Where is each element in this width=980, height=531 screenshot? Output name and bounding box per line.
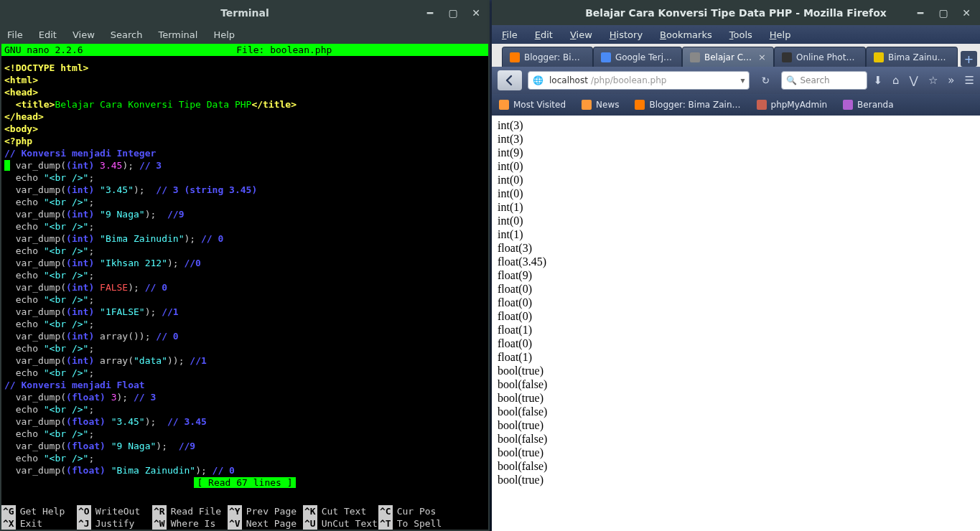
- firefox-title: Belajar Cara Konversi Tipe Data PHP - Mo…: [585, 7, 887, 19]
- bookmark-item[interactable]: Most Visited: [499, 100, 566, 110]
- search-placeholder: Search: [800, 75, 829, 85]
- reload-button[interactable]: ↻: [755, 71, 775, 90]
- pocket-icon[interactable]: ⋁: [910, 74, 918, 87]
- url-bar[interactable]: 🌐 localhost/php/boolean.php ▾: [528, 71, 750, 90]
- hamburger-menu-icon[interactable]: ☰: [965, 74, 974, 87]
- nano-shortcut-get-help: ^GGet Help: [1, 505, 77, 517]
- firefox-tabstrip: Blogger: Bim…Google Terje…Belajar Cara ……: [492, 44, 980, 67]
- firefox-menu-tools[interactable]: Tools: [729, 29, 752, 40]
- bookmark-favicon-icon: [635, 100, 645, 110]
- firefox-menu-help[interactable]: Help: [770, 29, 791, 40]
- output-line: int(0): [498, 187, 974, 200]
- output-line: int(1): [498, 227, 974, 241]
- nano-shortcut-uncut-text: ^UUnCut Text: [303, 517, 378, 530]
- terminal-menu-view[interactable]: View: [73, 29, 95, 40]
- tab[interactable]: Bima Zainudi…: [866, 47, 958, 67]
- nano-shortcut-exit: ^XExit: [1, 517, 77, 530]
- output-line: bool(true): [498, 473, 974, 487]
- output-line: int(0): [498, 159, 974, 173]
- favicon-icon: [510, 52, 520, 62]
- new-tab-button[interactable]: +: [961, 51, 977, 67]
- minimize-button[interactable]: ━: [425, 8, 435, 18]
- nano-shortcut-writeout: ^OWriteOut: [77, 505, 152, 517]
- close-button[interactable]: ✕: [961, 8, 971, 18]
- bookmark-item[interactable]: phpMyAdmin: [757, 100, 828, 110]
- bookmark-favicon-icon: [499, 100, 509, 110]
- terminal-body[interactable]: GNU nano 2.2.6 File: boolean.php <!DOCTY…: [1, 44, 488, 530]
- home-icon[interactable]: ⌂: [892, 74, 900, 87]
- output-line: int(1): [498, 200, 974, 214]
- bookmark-star-icon[interactable]: ☆: [928, 74, 938, 87]
- url-dropdown-icon[interactable]: ▾: [736, 75, 749, 85]
- nano-footer: ^GGet Help^OWriteOut^RRead File^YPrev Pa…: [1, 505, 488, 530]
- terminal-menu-edit[interactable]: Edit: [39, 29, 57, 40]
- output-line: int(0): [498, 173, 974, 187]
- output-line: int(3): [498, 118, 974, 132]
- nano-version: GNU nano 2.2.6: [4, 44, 83, 56]
- maximize-button[interactable]: ▢: [448, 8, 458, 18]
- url-path: /php/boolean.php: [591, 75, 667, 85]
- nano-shortcut-cur-pos: ^CCur Pos: [378, 505, 454, 517]
- nano-shortcut-cut-text: ^KCut Text: [303, 505, 378, 517]
- nano-shortcut-prev-page: ^YPrev Page: [228, 505, 303, 517]
- bookmark-label: Blogger: Bima Zain…: [649, 100, 740, 110]
- terminal-titlebar[interactable]: Terminal ━ ▢ ✕: [0, 0, 490, 25]
- terminal-menu-terminal[interactable]: Terminal: [158, 29, 197, 40]
- output-line: bool(false): [498, 377, 974, 391]
- back-button[interactable]: [498, 70, 522, 90]
- bookmark-item[interactable]: News: [582, 100, 619, 110]
- favicon-icon: [690, 52, 700, 62]
- output-line: float(0): [498, 282, 974, 296]
- output-line: float(0): [498, 296, 974, 309]
- firefox-titlebar[interactable]: Belajar Cara Konversi Tipe Data PHP - Mo…: [492, 0, 980, 25]
- nano-shortcut-next-page: ^VNext Page: [228, 517, 303, 530]
- output-line: bool(true): [498, 391, 974, 405]
- tab[interactable]: Google Terje…: [593, 47, 682, 67]
- tab-label: Google Terje…: [615, 52, 674, 62]
- terminal-menu-help[interactable]: Help: [213, 29, 235, 40]
- bookmark-item[interactable]: Beranda: [843, 100, 893, 110]
- output-line: bool(true): [498, 446, 974, 459]
- search-bar[interactable]: 🔍 Search: [781, 71, 867, 90]
- tab[interactable]: Blogger: Bim…: [502, 47, 593, 67]
- firefox-menubar: FileEditViewHistoryBookmarksToolsHelp: [492, 25, 980, 44]
- firefox-menu-history[interactable]: History: [610, 29, 643, 40]
- overflow-icon[interactable]: »: [948, 74, 954, 87]
- globe-icon: 🌐: [528, 75, 543, 85]
- firefox-menu-edit[interactable]: Edit: [535, 29, 553, 40]
- tab-label: Bima Zainudi…: [888, 52, 950, 62]
- downloads-icon[interactable]: ⬇: [873, 74, 882, 87]
- output-line: float(3.45): [498, 255, 974, 268]
- bookmark-favicon-icon: [757, 100, 767, 110]
- nano-file-label: File: boolean.php: [83, 44, 485, 56]
- firefox-menu-bookmarks[interactable]: Bookmarks: [660, 29, 712, 40]
- maximize-button[interactable]: ▢: [938, 8, 948, 18]
- terminal-menu-search[interactable]: Search: [111, 29, 143, 40]
- bookmark-label: phpMyAdmin: [771, 100, 828, 110]
- output-line: int(3): [498, 132, 974, 146]
- terminal-menu-file[interactable]: File: [7, 29, 23, 40]
- firefox-menu-file[interactable]: File: [502, 29, 518, 40]
- tab[interactable]: Belajar Cara …×: [682, 47, 774, 67]
- bookmark-favicon-icon: [843, 100, 853, 110]
- url-host: localhost: [543, 75, 591, 85]
- output-line: int(0): [498, 214, 974, 227]
- output-line: float(1): [498, 323, 974, 337]
- firefox-menu-view[interactable]: View: [570, 29, 592, 40]
- terminal-title: Terminal: [220, 7, 269, 19]
- nano-shortcut-where-is: ^WWhere Is: [152, 517, 228, 530]
- output-line: bool(false): [498, 432, 974, 446]
- terminal-window: Terminal ━ ▢ ✕ FileEditViewSearchTermina…: [0, 0, 490, 531]
- nano-code-area[interactable]: <!DOCTYPE html><html><head> <title>Belaj…: [1, 60, 488, 476]
- tab-close-icon[interactable]: ×: [758, 52, 766, 62]
- page-content[interactable]: int(3)int(3)int(9)int(0)int(0)int(0)int(…: [492, 116, 980, 531]
- output-line: float(1): [498, 350, 974, 364]
- minimize-button[interactable]: ━: [915, 8, 925, 18]
- tab-label: Blogger: Bim…: [524, 52, 585, 62]
- close-button[interactable]: ✕: [471, 8, 481, 18]
- nano-shortcut-read-file: ^RRead File: [152, 505, 228, 517]
- tab[interactable]: Online Photo Edi…: [774, 47, 866, 67]
- nano-status: [ Read 67 lines ]: [1, 476, 488, 489]
- tab-label: Online Photo Edi…: [796, 52, 858, 62]
- bookmark-item[interactable]: Blogger: Bima Zain…: [635, 100, 740, 110]
